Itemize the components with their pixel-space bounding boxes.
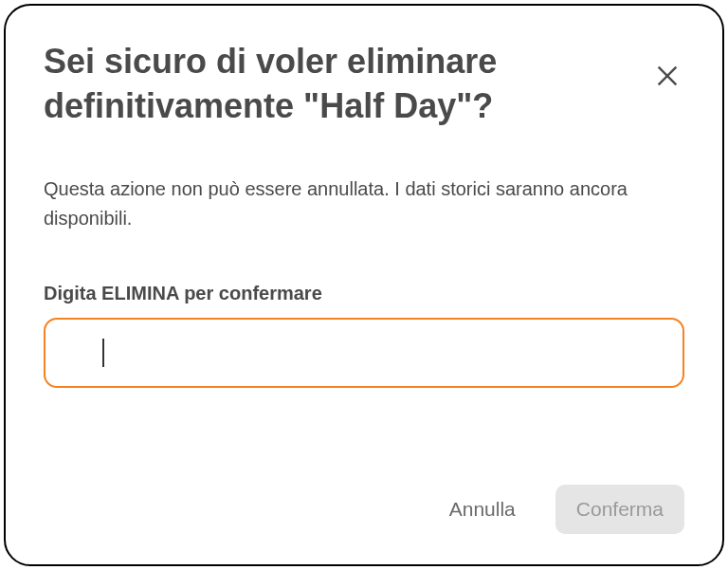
confirm-input-section: Digita ELIMINA per confermare: [44, 283, 684, 388]
modal-description: Questa azione non può essere annullata. …: [44, 175, 684, 233]
text-cursor: [102, 339, 104, 367]
modal-header: Sei sicuro di voler eliminare definitiva…: [44, 40, 684, 129]
modal-title: Sei sicuro di voler eliminare definitiva…: [44, 40, 628, 129]
cancel-button[interactable]: Annulla: [428, 485, 537, 534]
modal-footer: Annulla Conferma: [44, 485, 684, 534]
input-wrapper: [44, 318, 684, 388]
close-icon: [654, 78, 681, 92]
confirm-delete-modal: Sei sicuro di voler eliminare definitiva…: [4, 4, 724, 566]
confirm-button[interactable]: Conferma: [555, 485, 684, 534]
confirm-input-label: Digita ELIMINA per confermare: [44, 283, 684, 304]
confirm-input[interactable]: [44, 318, 684, 388]
close-button[interactable]: [646, 55, 688, 100]
modal-body: Questa azione non può essere annullata. …: [44, 175, 684, 485]
